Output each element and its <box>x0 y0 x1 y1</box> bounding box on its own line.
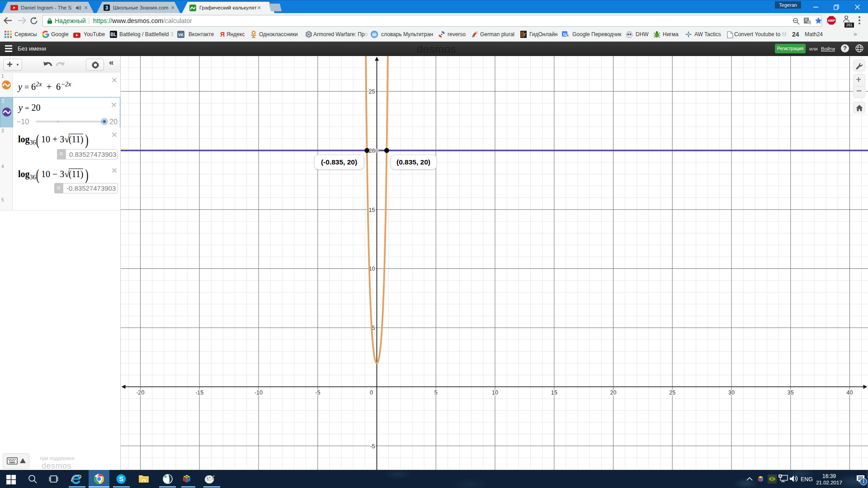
svg-text:-10: -10 <box>255 389 263 396</box>
svg-text:0: 0 <box>370 389 373 396</box>
svg-text:20: 20 <box>369 148 375 154</box>
svg-text:-20: -20 <box>136 389 144 396</box>
svg-text:m: m <box>373 32 377 37</box>
svg-text:25: 25 <box>369 89 375 95</box>
svg-text:Г: Г <box>524 33 526 37</box>
svg-text:10: 10 <box>492 389 498 396</box>
svg-text:ABP: ABP <box>828 19 835 23</box>
svg-text:40: 40 <box>847 389 853 396</box>
svg-text:BL: BL <box>110 32 116 37</box>
svg-text:5: 5 <box>434 389 438 396</box>
svg-text:G: G <box>563 32 566 37</box>
svg-text:3: 3 <box>105 5 108 10</box>
svg-text:20: 20 <box>610 389 617 396</box>
svg-text:-5: -5 <box>370 443 375 450</box>
svg-text:35: 35 <box>788 389 794 396</box>
svg-text:S: S <box>119 475 123 483</box>
svg-text:15: 15 <box>369 207 375 213</box>
svg-text:30: 30 <box>728 389 735 396</box>
svg-text:VK: VK <box>178 33 184 37</box>
svg-text:-5: -5 <box>315 389 320 396</box>
svg-text:25: 25 <box>669 389 675 396</box>
svg-text:-15: -15 <box>195 389 203 396</box>
svg-text:15: 15 <box>551 389 557 396</box>
svg-text:Я: Я <box>220 31 225 38</box>
